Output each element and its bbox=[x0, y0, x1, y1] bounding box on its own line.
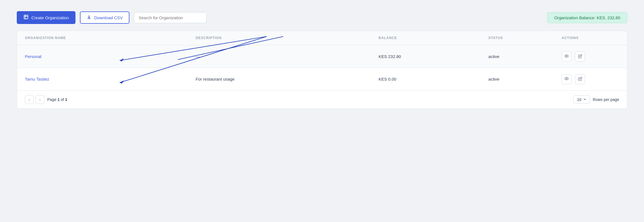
download-button-label: Download CSV bbox=[94, 15, 123, 20]
create-organization-button[interactable]: Create Organization bbox=[17, 11, 75, 24]
of-label: of bbox=[61, 97, 64, 102]
balance-text: Organization Balance: KES. 232.80 bbox=[554, 15, 620, 20]
rows-per-page-select[interactable]: 10 bbox=[573, 95, 590, 104]
status-value: active bbox=[488, 54, 499, 59]
organizations-table: ORGANIZATION NAME DESCRIPTION BALANCE ST… bbox=[17, 31, 627, 90]
balance-cell: KES 232.80 bbox=[371, 45, 481, 68]
actions-cell bbox=[554, 45, 627, 68]
org-name-cell: Personal bbox=[17, 45, 188, 68]
rows-per-page: 10 Rows per page bbox=[573, 95, 619, 104]
create-icon bbox=[23, 15, 29, 21]
chevron-right-icon: › bbox=[39, 98, 41, 102]
svg-point-10 bbox=[565, 77, 568, 80]
balance-cell: KES 0.00 bbox=[371, 68, 481, 90]
page-info: Page 1 of 1 bbox=[47, 97, 67, 102]
col-header-description: DESCRIPTION bbox=[188, 31, 371, 45]
chevron-down-icon bbox=[583, 97, 586, 102]
edit-icon bbox=[578, 54, 582, 59]
col-header-org-name: ORGANIZATION NAME bbox=[17, 31, 188, 45]
description-cell: — bbox=[188, 45, 371, 68]
svg-point-8 bbox=[565, 55, 568, 57]
pagination-row: ‹ › Page 1 of 1 10 Rows per page bbox=[17, 90, 627, 108]
org-name-link[interactable]: Tamu Tastiez bbox=[25, 77, 49, 81]
svg-point-11 bbox=[566, 78, 567, 79]
svg-rect-0 bbox=[24, 15, 28, 19]
rows-per-page-value: 10 bbox=[577, 97, 581, 102]
create-button-label: Create Organization bbox=[31, 15, 69, 20]
table-header: ORGANIZATION NAME DESCRIPTION BALANCE ST… bbox=[17, 31, 627, 45]
balance-badge: Organization Balance: KES. 232.80 bbox=[547, 12, 627, 23]
rows-per-page-label: Rows per page bbox=[593, 97, 619, 102]
prev-page-button[interactable]: ‹ bbox=[25, 95, 34, 104]
table-card: ORGANIZATION NAME DESCRIPTION BALANCE ST… bbox=[17, 31, 627, 109]
download-icon bbox=[87, 15, 91, 20]
page-label: Page bbox=[47, 97, 56, 102]
description-value: — bbox=[196, 54, 200, 59]
description-value: For restaurant usage bbox=[196, 77, 235, 81]
status-value: active bbox=[488, 77, 499, 81]
actions-cell bbox=[554, 68, 627, 90]
current-page: 1 bbox=[58, 97, 60, 102]
col-header-status: STATUS bbox=[480, 31, 554, 45]
eye-icon bbox=[564, 54, 569, 59]
table-row: Personal — KES 232.80 active bbox=[17, 45, 627, 68]
org-name-link[interactable]: Personal bbox=[25, 54, 41, 59]
col-header-actions: ACTIONS bbox=[554, 31, 627, 45]
balance-value: KES 0.00 bbox=[379, 77, 396, 81]
view-button[interactable] bbox=[562, 51, 572, 61]
total-pages: 1 bbox=[65, 97, 67, 102]
page-container: Create Organization Download CSV Organiz… bbox=[17, 11, 627, 109]
balance-value: KES 232.80 bbox=[379, 54, 401, 59]
eye-icon bbox=[564, 76, 569, 82]
svg-point-9 bbox=[566, 56, 567, 57]
status-cell: active bbox=[480, 45, 554, 68]
toolbar: Create Organization Download CSV Organiz… bbox=[17, 11, 627, 24]
edit-button[interactable] bbox=[575, 74, 585, 84]
table-row: Tamu Tastiez For restaurant usage KES 0.… bbox=[17, 68, 627, 90]
table-body: Personal — KES 232.80 active bbox=[17, 45, 627, 91]
edit-button[interactable] bbox=[575, 52, 585, 62]
download-csv-button[interactable]: Download CSV bbox=[80, 11, 129, 24]
next-page-button[interactable]: › bbox=[35, 95, 44, 104]
status-cell: active bbox=[480, 68, 554, 90]
col-header-balance: BALANCE bbox=[371, 31, 481, 45]
chevron-left-icon: ‹ bbox=[29, 98, 30, 102]
view-button[interactable] bbox=[562, 74, 572, 84]
edit-icon bbox=[578, 77, 582, 82]
org-name-cell: Tamu Tastiez bbox=[17, 68, 188, 90]
description-cell: For restaurant usage bbox=[188, 68, 371, 90]
search-input[interactable] bbox=[134, 12, 207, 23]
